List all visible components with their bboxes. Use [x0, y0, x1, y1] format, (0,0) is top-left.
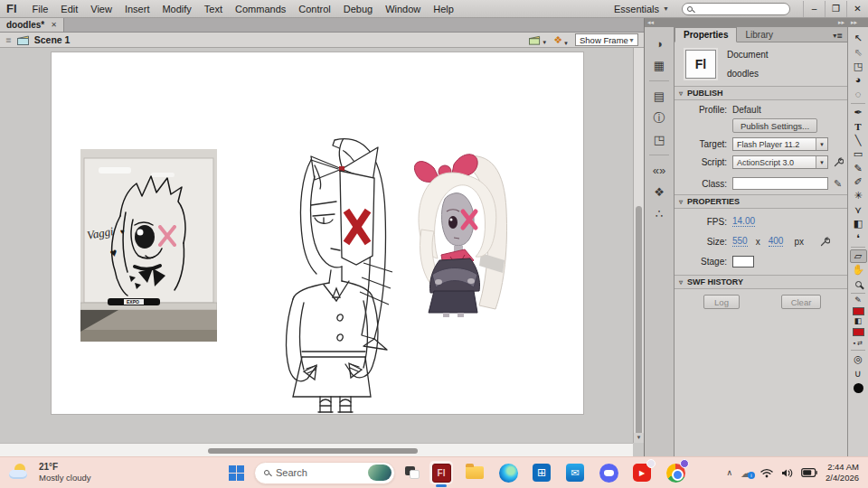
stage-zoom-select[interactable]: Show Frame ▼	[575, 33, 638, 46]
taskbar-app-discord[interactable]	[597, 461, 620, 484]
deco-tool[interactable]: ✳	[850, 189, 867, 202]
tab-properties[interactable]: Properties	[675, 27, 737, 42]
taskbar-search[interactable]: Search	[254, 462, 395, 484]
eraser-tool[interactable]: ▱	[850, 249, 867, 263]
menu-control[interactable]: Control	[292, 4, 336, 14]
pencil-tool[interactable]: ✎	[850, 162, 867, 175]
horizontal-scrollbar-thumb[interactable]	[208, 448, 418, 454]
stroke-color-swatch[interactable]	[850, 305, 867, 316]
tab-library[interactable]: Library	[737, 28, 781, 42]
timeline-toggle-icon[interactable]: ≣	[0, 36, 17, 44]
swap-colors-button[interactable]: ⇄	[857, 340, 863, 346]
tab-close-icon[interactable]: ✕	[51, 21, 57, 29]
menu-debug[interactable]: Debug	[337, 4, 379, 14]
document-name[interactable]: doodles	[727, 69, 769, 79]
size-width-value[interactable]: 550	[732, 236, 748, 247]
eraser-shape-option[interactable]	[850, 380, 867, 397]
bone-tool[interactable]: ⋎	[850, 203, 867, 217]
minimize-button[interactable]: –	[803, 1, 825, 17]
task-view-button[interactable]	[405, 466, 420, 479]
menu-insert[interactable]: Insert	[118, 4, 156, 14]
wrench-icon[interactable]	[820, 237, 830, 247]
class-input[interactable]	[732, 177, 828, 190]
align-panel-icon[interactable]: ▤	[648, 87, 670, 106]
menu-edit[interactable]: Edit	[54, 4, 84, 14]
clear-button[interactable]: Clear	[781, 295, 821, 309]
panel-menu-icon[interactable]: ▾≣	[828, 32, 847, 42]
tray-expand-icon[interactable]: ∧	[726, 468, 732, 477]
taskbar-app-chrome[interactable]	[664, 461, 687, 484]
taskbar-app-edge[interactable]	[496, 461, 520, 484]
taskbar-app-store[interactable]: ⊞	[530, 461, 553, 484]
stage-canvas[interactable]: Vaggi ♥ ♥ EXPO	[52, 52, 583, 414]
edit-symbols-button[interactable]: ❖ ▼	[553, 34, 569, 46]
battery-icon[interactable]	[801, 468, 817, 477]
pen-tool[interactable]: ✒	[850, 106, 867, 119]
close-button[interactable]: ✕	[846, 1, 868, 17]
edit-scene-button[interactable]: ▼	[529, 35, 547, 45]
stage-color-swatch[interactable]	[732, 256, 754, 267]
pencil-edit-icon[interactable]: ✎	[834, 178, 842, 190]
volume-icon[interactable]	[781, 468, 793, 478]
onedrive-icon[interactable]: ☁i	[741, 467, 752, 479]
panel-collapse-bar[interactable]: ▸▸	[675, 18, 847, 27]
vertical-scrollbar-thumb[interactable]	[636, 206, 642, 441]
dock-collapse-bar[interactable]: ◂◂	[645, 18, 674, 27]
fill-color-swatch[interactable]	[850, 326, 867, 337]
script-select[interactable]: ActionScript 3.0 ▼	[732, 155, 828, 169]
3d-rotation-tool[interactable]: ◕	[850, 73, 867, 87]
motion-presets-panel-icon[interactable]: ∴	[648, 204, 670, 223]
wrench-icon[interactable]	[834, 157, 844, 167]
drawing-whiteboard-photo[interactable]: Vaggi ♥ ♥ EXPO	[80, 149, 217, 342]
properties-section-header[interactable]: ▿ PROPERTIES	[675, 194, 847, 209]
selection-tool[interactable]: ↖	[850, 32, 867, 45]
info-panel-icon[interactable]: ⓘ	[648, 108, 670, 127]
free-transform-tool[interactable]: ◳	[850, 60, 867, 73]
swf-history-section-header[interactable]: ▿ SWF HISTORY	[675, 275, 847, 289]
taskbar-app-flash[interactable]: Fl	[429, 461, 453, 484]
rectangle-tool[interactable]: ▭	[850, 147, 867, 161]
start-button[interactable]	[229, 465, 244, 481]
eyedropper-tool[interactable]: ❛	[850, 230, 867, 244]
transform-panel-icon[interactable]: ◳	[648, 130, 670, 149]
search-daily-image[interactable]	[368, 465, 392, 481]
drawing-lineart-character[interactable]	[251, 129, 398, 414]
scene-breadcrumb[interactable]: Scene 1	[17, 34, 71, 45]
chevron-down-icon[interactable]: ▼	[816, 138, 827, 150]
tools-collapse-bar[interactable]: ▸▸	[848, 18, 868, 27]
line-tool[interactable]: ╲	[850, 134, 867, 147]
menu-commands[interactable]: Commands	[229, 4, 292, 14]
black-white-button[interactable]: ▪	[854, 340, 855, 346]
zoom-tool[interactable]	[850, 277, 867, 291]
scroll-down-arrow[interactable]: ▼	[634, 433, 644, 443]
app-search-input[interactable]	[682, 3, 790, 15]
paint-bucket-tool[interactable]: ◧	[850, 217, 867, 230]
text-tool[interactable]: T	[850, 119, 867, 133]
size-height-value[interactable]: 400	[769, 236, 784, 247]
menu-modify[interactable]: Modify	[156, 4, 197, 14]
color-panel-icon[interactable]: ◑	[648, 34, 670, 53]
horizontal-scrollbar[interactable]	[0, 443, 633, 456]
object-drawing-button[interactable]: ∪	[850, 366, 867, 380]
log-button[interactable]: Log	[703, 295, 740, 309]
wifi-icon[interactable]	[760, 468, 773, 478]
hand-tool[interactable]: ✋	[850, 263, 867, 277]
drawing-colored-character[interactable]	[409, 146, 515, 318]
fps-value[interactable]: 14.00	[732, 216, 755, 227]
restore-button[interactable]: ❐	[825, 1, 846, 17]
pasteboard[interactable]: Vaggi ♥ ♥ EXPO	[0, 48, 644, 456]
document-tab[interactable]: doodles* ✕	[0, 18, 64, 32]
taskbar-app-file-explorer[interactable]	[463, 461, 486, 484]
target-select[interactable]: Flash Player 11.2 ▼	[732, 137, 828, 151]
menu-window[interactable]: Window	[379, 4, 427, 14]
publish-settings-button[interactable]: Publish Settings...	[732, 118, 817, 133]
subselection-tool[interactable]: ⇖	[850, 45, 867, 59]
menu-help[interactable]: Help	[427, 4, 460, 14]
vertical-scrollbar[interactable]: ▼	[633, 48, 644, 443]
snap-to-objects-button[interactable]: ◎	[850, 352, 867, 366]
menu-text[interactable]: Text	[198, 4, 229, 14]
workspace-switcher[interactable]: Essentials ▼	[614, 4, 669, 14]
publish-section-header[interactable]: ▿ PUBLISH	[675, 86, 847, 100]
swatches-panel-icon[interactable]: ▦	[648, 56, 670, 75]
components-panel-icon[interactable]: ❖	[648, 183, 670, 202]
